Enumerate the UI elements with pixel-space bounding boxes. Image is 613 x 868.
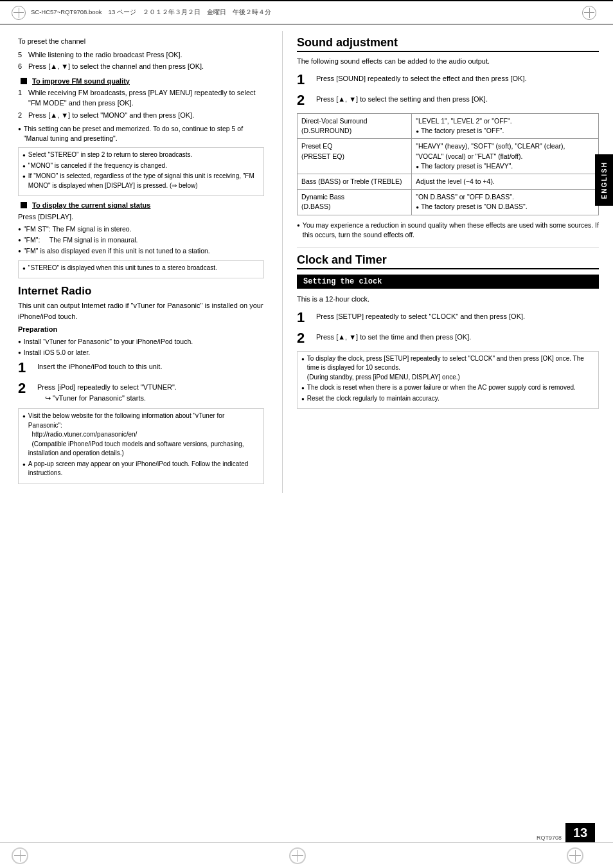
signal-note-list: "STEREO" is displayed when this unit tun… xyxy=(22,264,260,273)
fm-note-box-item-2: "MONO" is canceled if the frequency is c… xyxy=(22,161,260,171)
signal-item-3: "FM" is also displayed even if this unit… xyxy=(18,246,264,256)
right-column: Sound adjustment The following sound eff… xyxy=(283,31,613,493)
preset-steps: 5 While listening to the radio broadcast… xyxy=(18,50,264,72)
clock-note-item-1: To display the clock, press [SETUP] repe… xyxy=(301,354,594,383)
preset-step-5: 5 While listening to the radio broadcast… xyxy=(18,50,264,60)
clock-timer-title: Clock and Timer xyxy=(297,253,599,269)
fm-note-box-item-3: If "MONO" is selected, regardless of the… xyxy=(22,172,260,190)
preset-step-6: 6 Press [▲, ▼] to select the channel and… xyxy=(18,61,264,72)
preparation-label: Preparation xyxy=(18,324,264,335)
divider xyxy=(297,248,599,248)
fm-step-1: 1 While receiving FM broadcasts, press [… xyxy=(18,87,264,109)
main-content: To preset the channel 5 While listening … xyxy=(0,24,613,493)
clock-note-box: To display the clock, press [SETUP] repe… xyxy=(297,351,599,410)
page-number: 13 xyxy=(573,826,587,840)
signal-status-heading: To display the current signal status xyxy=(18,201,264,209)
clock-note-item-3: Reset the clock regularly to maintain ac… xyxy=(301,394,594,404)
header-strip: SC-HC57~RQT9708.book 13 ページ ２０１２年３月２日 金曜… xyxy=(0,0,613,24)
fm-quality-label: To improve FM sound quality xyxy=(32,77,130,85)
circle-bottom-left xyxy=(12,847,28,864)
fm-note-item: This setting can be preset and memorized… xyxy=(18,124,264,143)
english-sidebar: ENGLISH xyxy=(595,154,613,206)
sound-cell-4-2: "ON D.BASS" or "OFF D.BASS".●The factory… xyxy=(412,190,599,215)
crosshair-left xyxy=(12,6,26,20)
signal-items: "FM ST": The FM signal is in stereo. "FM… xyxy=(18,224,264,257)
ir-note-box: Visit the below website for the followin… xyxy=(18,408,264,484)
circle-bottom-right xyxy=(567,847,583,864)
sound-row-4: Dynamic Bass(D.BASS) "ON D.BASS" or "OFF… xyxy=(298,190,599,215)
fm-note-box-list: Select "STEREO" in step 2 to return to s… xyxy=(22,150,260,190)
clock-note-list: To display the clock, press [SETUP] repe… xyxy=(301,354,594,404)
clock-desc: This is a 12-hour clock. xyxy=(297,294,599,305)
fm-quality-steps: 1 While receiving FM broadcasts, press [… xyxy=(18,87,264,121)
fm-note-list: This setting can be preset and memorized… xyxy=(18,124,264,143)
sound-adjustment-title: Sound adjustment xyxy=(297,36,599,52)
signal-press: Press [DISPLAY]. xyxy=(18,212,264,222)
internet-radio-title: Internet Radio xyxy=(18,285,264,298)
crosshair-right-mark xyxy=(582,6,596,20)
header-text: SC-HC57~RQT9708.book 13 ページ ２０１２年３月２日 金曜… xyxy=(31,8,271,17)
sound-bottom-note: You may experience a reduction in sound … xyxy=(297,221,599,240)
sound-bottom-note-item: You may experience a reduction in sound … xyxy=(297,221,599,240)
sound-row-2: Preset EQ(PRESET EQ) "HEAVY" (heavy), "S… xyxy=(298,139,599,174)
prep-list: Install "vTuner for Panasonic" to your i… xyxy=(18,337,264,357)
sound-cell-2-1: Preset EQ(PRESET EQ) xyxy=(298,139,412,174)
ir-step-1: 1 Insert the iPhone/iPod touch to this u… xyxy=(18,360,264,375)
rqt-code: RQT9708 xyxy=(537,835,562,841)
sound-table: Direct-Vocal Surround(D.SURROUND) "LEVEL… xyxy=(297,113,599,215)
circle-bottom-center xyxy=(289,847,306,864)
sound-row-3: Bass (BASS) or Treble (TREBLE) Adjust th… xyxy=(298,174,599,189)
sound-step-1: 1 Press [SOUND] repeatedly to select the… xyxy=(297,72,599,87)
signal-item-1: "FM ST": The FM signal is in stereo. xyxy=(18,224,264,234)
ir-note-item-1: Visit the below website for the followin… xyxy=(22,411,260,458)
clock-note-item-2: The clock is reset when there is a power… xyxy=(301,383,594,393)
prep-item-1: Install "vTuner for Panasonic" to your i… xyxy=(18,337,264,347)
preset-channel-label: To preset the channel xyxy=(18,36,264,47)
sound-row-1: Direct-Vocal Surround(D.SURROUND) "LEVEL… xyxy=(298,113,599,138)
fm-note-box: Select "STEREO" in step 2 to return to s… xyxy=(18,147,264,196)
bottom-strip xyxy=(0,842,613,868)
sound-cell-2-2: "HEAVY" (heavy), "SOFT" (soft), "CLEAR" … xyxy=(412,139,599,174)
left-col-inner: To preset the channel 5 While listening … xyxy=(18,36,271,484)
fm-quality-heading: To improve FM sound quality xyxy=(18,77,264,85)
signal-note-item: "STEREO" is displayed when this unit tun… xyxy=(22,264,260,273)
sound-cell-3-2: Adjust the level (−4 to +4). xyxy=(412,174,599,189)
clock-step-1: 1 Press [SETUP] repeatedly to select "CL… xyxy=(297,310,599,325)
sound-cell-4-1: Dynamic Bass(D.BASS) xyxy=(298,190,412,215)
sound-step-2: 2 Press [▲, ▼] to select the setting and… xyxy=(297,93,599,108)
crosshair-right xyxy=(582,6,601,20)
clock-step-2: 2 Press [▲, ▼] to set the time and then … xyxy=(297,330,599,346)
fm-note-box-item-1: Select "STEREO" in step 2 to return to s… xyxy=(22,150,260,160)
fm-step-2: 2 Press [▲, ▼] to select "MONO" and then… xyxy=(18,110,264,121)
ir-note-item-2: A pop-up screen may appear on your iPhon… xyxy=(22,460,260,478)
page-container: SC-HC57~RQT9708.book 13 ページ ２０１２年３月２日 金曜… xyxy=(0,0,613,868)
sound-cell-1-2: "LEVEL 1", "LEVEL 2" or "OFF".●The facto… xyxy=(412,113,599,138)
sidebar-label: ENGLISH xyxy=(601,161,608,199)
signal-status-label: To display the current signal status xyxy=(32,201,150,209)
sound-cell-3-1: Bass (BASS) or Treble (TREBLE) xyxy=(298,174,412,189)
setting-box: Setting the clock xyxy=(297,275,599,289)
ir-step-2-sub: ↪ "vTuner for Panasonic" starts. xyxy=(37,394,146,402)
sound-adjustment-desc: The following sound effects can be added… xyxy=(297,56,599,67)
square-bullet-icon xyxy=(21,78,27,84)
signal-item-2: "FM": The FM signal is in monaural. xyxy=(18,235,264,245)
left-column: To preset the channel 5 While listening … xyxy=(0,31,283,493)
page-number-box: 13 xyxy=(565,823,595,842)
ir-step-2: 2 Press [iPod] repeatedly to select "VTU… xyxy=(18,381,264,403)
prep-item-2: Install iOS 5.0 or later. xyxy=(18,348,264,357)
internet-radio-desc: This unit can output Internet radio if "… xyxy=(18,300,264,321)
sound-cell-1-1: Direct-Vocal Surround(D.SURROUND) xyxy=(298,113,412,138)
square-bullet-icon-2 xyxy=(21,202,27,208)
signal-note-box: "STEREO" is displayed when this unit tun… xyxy=(18,260,264,279)
ir-note-list: Visit the below website for the followin… xyxy=(22,411,260,478)
